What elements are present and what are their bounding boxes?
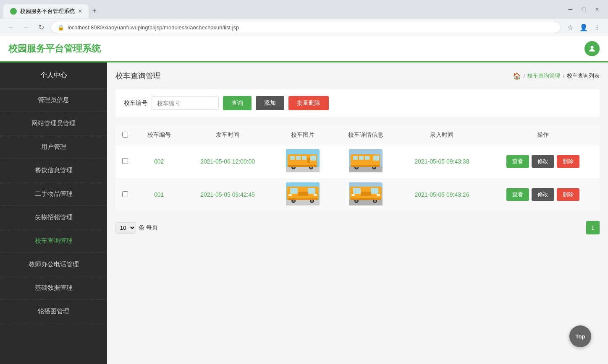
- svg-rect-46: [377, 194, 380, 196]
- row2-bus-detail-image: [349, 182, 383, 205]
- row1-bus-detail-image: [349, 149, 383, 172]
- breadcrumb-sep1: /: [524, 73, 525, 79]
- th-bus-image: 校车图片: [272, 125, 334, 145]
- top-btn[interactable]: Top: [569, 325, 591, 347]
- svg-rect-5: [290, 156, 295, 160]
- search-label: 校车编号: [124, 99, 147, 107]
- table-header-row: 校车编号 发车时间 校车图片 校车详情信息 录入时间 操作: [115, 125, 600, 145]
- svg-rect-30: [308, 188, 315, 194]
- search-input[interactable]: [152, 96, 219, 110]
- row1-bus-image: [286, 149, 320, 172]
- browser-tab[interactable]: 校园服务平台管理系统 ×: [3, 4, 89, 18]
- sidebar-item-users[interactable]: 用户管理: [0, 135, 107, 159]
- sidebar-item-school-bus[interactable]: 校车查询管理: [0, 229, 107, 253]
- sidebar: 个人中心 管理员信息 网站管理员管理 用户管理 餐饮信息管理 二手物品管理 失物…: [0, 62, 107, 364]
- breadcrumb-sep2: /: [563, 73, 564, 79]
- row2-view-btn[interactable]: 查看: [506, 188, 529, 201]
- sidebar-item-catering[interactable]: 餐饮信息管理: [0, 159, 107, 182]
- row1-view-btn[interactable]: 查看: [506, 155, 529, 168]
- svg-rect-7: [302, 156, 307, 160]
- app-body: 个人中心 管理员信息 网站管理员管理 用户管理 餐饮信息管理 二手物品管理 失物…: [0, 62, 608, 364]
- svg-point-50: [374, 200, 376, 202]
- sidebar-item-teacher-phone[interactable]: 教师办公电话管理: [0, 253, 107, 276]
- tab-close-btn[interactable]: ×: [78, 8, 82, 15]
- row2-checkbox[interactable]: [122, 191, 128, 197]
- main-content: 校车查询管理 🏠 / 校车查询管理 / 校车查询列表 校车编号 查询 添加 批量…: [107, 62, 608, 364]
- svg-rect-25: [351, 165, 380, 167]
- star-btn[interactable]: ☆: [564, 21, 576, 33]
- row2-edit-btn[interactable]: 修改: [532, 188, 554, 201]
- user-avatar[interactable]: [584, 41, 600, 56]
- svg-rect-29: [290, 188, 298, 194]
- query-btn[interactable]: 查询: [223, 96, 252, 110]
- forward-btn[interactable]: →: [20, 21, 32, 33]
- row1-entry-time: 2021-05-05 09:43:38: [397, 145, 486, 178]
- svg-rect-44: [361, 192, 371, 196]
- row1-checkbox-cell: [115, 145, 135, 178]
- svg-rect-43: [371, 188, 378, 194]
- page-header: 校车查询管理 🏠 / 校车查询管理 / 校车查询列表: [115, 71, 600, 81]
- sidebar-item-website-admin[interactable]: 网站管理员管理: [0, 112, 107, 135]
- tab-title: 校园服务平台管理系统: [20, 8, 75, 15]
- sidebar-item-carousel[interactable]: 轮播图管理: [0, 300, 107, 323]
- per-page-label: 条 每页: [139, 224, 158, 231]
- th-depart-time: 发车时间: [183, 125, 272, 145]
- row1-del-btn[interactable]: 删除: [557, 155, 579, 168]
- svg-rect-19: [359, 156, 364, 160]
- svg-rect-2: [286, 167, 320, 172]
- sidebar-item-base-data[interactable]: 基础数据管理: [0, 276, 107, 300]
- new-tab-btn[interactable]: +: [89, 3, 100, 19]
- th-bus-no: 校车编号: [135, 125, 183, 145]
- back-btn[interactable]: ←: [5, 21, 17, 33]
- th-bus-detail: 校车详情信息: [334, 125, 398, 145]
- refresh-btn[interactable]: ↻: [35, 21, 47, 33]
- row2-bus-image-cell: [272, 178, 334, 211]
- address-bar[interactable]: 🔒 localhost:8080/xiaoyuanfuwupingtai/jsp…: [50, 22, 561, 33]
- per-page-control: 10 20 50 条 每页: [115, 222, 158, 234]
- row2-del-btn[interactable]: 删除: [557, 188, 579, 201]
- row1-checkbox[interactable]: [122, 158, 128, 164]
- svg-rect-42: [353, 188, 361, 194]
- row2-checkbox-cell: [115, 178, 135, 211]
- win-minimize-btn[interactable]: ─: [564, 3, 576, 15]
- win-close-btn[interactable]: ×: [591, 3, 603, 15]
- menu-btn[interactable]: ⋮: [591, 21, 603, 33]
- sidebar-item-secondhand[interactable]: 二手物品管理: [0, 182, 107, 206]
- breadcrumb-link[interactable]: 校车查询管理: [527, 72, 560, 80]
- svg-rect-20: [365, 156, 370, 160]
- svg-rect-40: [349, 200, 383, 205]
- svg-rect-18: [353, 156, 358, 160]
- sidebar-item-admin-info[interactable]: 管理员信息: [0, 88, 107, 112]
- sidebar-item-lost-found[interactable]: 失物招领管理: [0, 206, 107, 229]
- sidebar-top-label: 个人中心: [0, 62, 107, 88]
- breadcrumb: 🏠 / 校车查询管理 / 校车查询列表: [513, 72, 600, 80]
- url-text: localhost:8080/xiaoyuanfuwupingtai/jsp/m…: [68, 24, 239, 31]
- account-btn[interactable]: 👤: [578, 21, 590, 33]
- row1-edit-btn[interactable]: 修改: [532, 155, 554, 168]
- svg-rect-17: [373, 156, 379, 161]
- select-all-checkbox[interactable]: [122, 132, 128, 138]
- row1-bus-no: 002: [135, 145, 183, 178]
- svg-rect-13: [288, 165, 317, 167]
- table-row: 002 2021-05-06 12:00:00: [115, 145, 600, 178]
- svg-rect-38: [288, 198, 318, 200]
- svg-rect-15: [349, 167, 383, 172]
- svg-rect-4: [310, 156, 316, 161]
- data-table: 校车编号 发车时间 校车图片 校车详情信息 录入时间 操作 002: [115, 125, 600, 211]
- th-checkbox: [115, 125, 135, 145]
- page-1-btn[interactable]: 1: [586, 221, 600, 234]
- win-maximize-btn[interactable]: □: [578, 3, 590, 15]
- search-bar: 校车编号 查询 添加 批量删除: [115, 89, 600, 117]
- breadcrumb-home-icon[interactable]: 🏠: [513, 72, 521, 80]
- batch-delete-btn[interactable]: 批量删除: [288, 96, 329, 110]
- row1-bus-detail-cell: [334, 145, 398, 178]
- row2-bus-no: 001: [135, 178, 183, 211]
- svg-rect-8: [307, 158, 310, 163]
- add-btn[interactable]: 添加: [256, 96, 284, 110]
- per-page-select[interactable]: 10 20 50: [115, 222, 136, 234]
- lock-icon: 🔒: [58, 24, 64, 31]
- table-row: 001 2021-05-05 09:42:45: [115, 178, 600, 211]
- svg-point-48: [355, 200, 357, 202]
- svg-rect-6: [296, 156, 301, 160]
- tab-favicon: [10, 8, 17, 15]
